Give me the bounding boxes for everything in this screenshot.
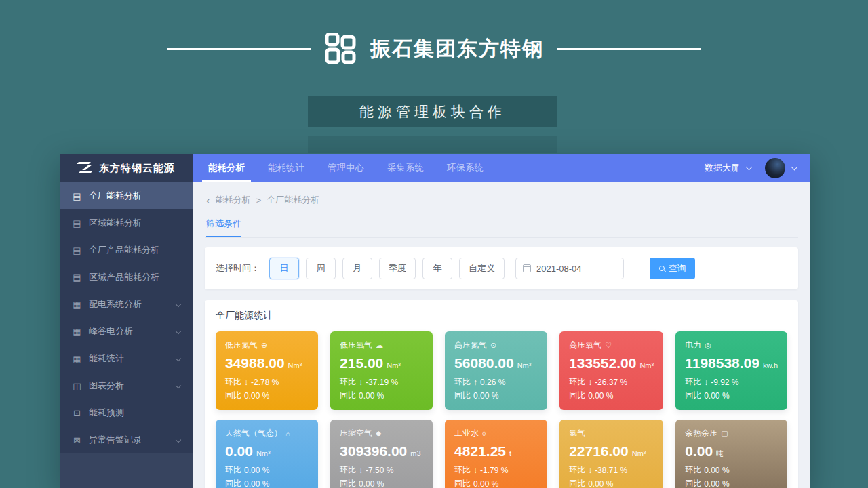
time-option-4[interactable]: 年 [422, 258, 452, 279]
menu-label: 区域能耗分析 [89, 217, 142, 229]
time-option-0[interactable]: 日 [269, 258, 299, 279]
stat-card-6[interactable]: 压缩空气◆309396.00m3环比↓-7.50 %同比0.00 % [330, 420, 433, 488]
card-unit: m3 [410, 449, 420, 458]
card-title: 高压氧气♡ [569, 340, 654, 351]
stat-card-1[interactable]: 低压氧气☁215.00Nm³环比↓-37.19 %同比0.00 % [330, 331, 433, 410]
dashboard-window: 东方特钢云能源 ▤全厂能耗分析▤区域能耗分析▤全厂产品能耗分析▤区域产品能耗分析… [60, 154, 810, 488]
sidebar-item-7[interactable]: ◫图表分析 [60, 372, 193, 399]
card-type-icon: ☁ [376, 341, 383, 350]
hb-value: -2.78 % [251, 378, 279, 387]
card-tb-line: 同比0.00 % [340, 478, 423, 488]
subtitle-text: 能源管理板块合作 [359, 102, 506, 121]
tb-value: 0.00 % [588, 391, 613, 401]
sidebar-item-2[interactable]: ▤全厂产品能耗分析 [60, 237, 193, 264]
sidebar-menu: ▤全厂能耗分析▤区域能耗分析▤全厂产品能耗分析▤区域产品能耗分析▦配电系统分析▦… [60, 182, 193, 453]
time-option-2[interactable]: 月 [342, 258, 372, 279]
card-unit: kw.h [763, 361, 778, 369]
stat-card-0[interactable]: 低压氮气⊕34988.00Nm³环比↓-2.78 %同比0.00 % [216, 331, 318, 410]
tb-label: 同比 [685, 390, 701, 401]
card-tb-line: 同比0.00 % [569, 478, 654, 488]
stat-card-5[interactable]: 天然气（气态）⌂0.00Nm³环比0.00 %同比0.00 % [216, 420, 318, 488]
search-icon [659, 266, 665, 271]
hb-value: 0.00 % [244, 466, 269, 475]
hb-value: -26.37 % [595, 378, 627, 387]
stat-card-4[interactable]: 电力◎1198538.09kw.h环比↓-9.92 %同比0.00 % [675, 331, 787, 410]
card-tb-line: 同比0.00 % [454, 390, 538, 401]
card-value: 309396.00 [340, 443, 407, 460]
arrow-up-icon: ↑ [473, 378, 477, 387]
stat-card-3[interactable]: 高压氧气♡133552.00Nm³环比↓-26.37 %同比0.00 % [559, 331, 663, 410]
card-unit: Nm³ [639, 361, 654, 369]
stats-title: 全厂能源统计 [216, 310, 787, 322]
time-option-1[interactable]: 周 [306, 258, 336, 279]
menu-label: 区域产品能耗分析 [89, 271, 159, 283]
menu-icon: ◫ [72, 381, 82, 391]
card-value: 56080.00 [454, 355, 514, 371]
stat-card-8[interactable]: 氩气22716.00Nm³环比↓-38.71 %同比0.00 % [559, 420, 663, 488]
hb-label: 环比 [685, 376, 701, 388]
nav-tab-4[interactable]: 环保系统 [435, 154, 495, 182]
menu-label: 能耗统计 [89, 352, 124, 365]
card-type-icon: ♡ [605, 341, 612, 350]
stats-card-grid: 低压氮气⊕34988.00Nm³环比↓-2.78 %同比0.00 %低压氧气☁2… [216, 331, 787, 488]
chevron-down-icon [176, 329, 181, 334]
card-type-icon: ◎ [705, 341, 711, 350]
nav-tab-2[interactable]: 管理中心 [316, 154, 376, 182]
nav-tab-1[interactable]: 能耗统计 [256, 154, 316, 182]
card-title: 压缩空气◆ [340, 428, 423, 439]
stat-card-2[interactable]: 高压氮气⊙56080.00Nm³环比↑0.26 %同比0.00 % [445, 331, 547, 410]
sidebar-item-4[interactable]: ▦配电系统分析 [60, 291, 193, 318]
hb-label: 环比 [454, 464, 471, 476]
sidebar-item-9[interactable]: ⊠异常告警记录 [60, 426, 193, 453]
chevron-down-icon [176, 356, 181, 361]
card-hb-line: 环比↓-38.71 % [569, 464, 654, 476]
card-title: 天然气（气态）⌂ [225, 428, 309, 439]
card-value: 215.00 [340, 355, 383, 371]
card-hb-line: 环比0.00 % [685, 464, 778, 476]
card-value: 133552.00 [569, 355, 636, 371]
stat-card-9[interactable]: 余热余压▢0.00吨环比0.00 %同比0.00 % [675, 420, 787, 488]
sidebar-footer [60, 453, 193, 488]
card-unit: Nm³ [288, 361, 302, 369]
card-tb-line: 同比0.00 % [225, 390, 309, 401]
hb-label: 环比 [454, 376, 471, 388]
sidebar-item-3[interactable]: ▤区域产品能耗分析 [60, 264, 193, 291]
date-picker[interactable]: 2021-08-04 [515, 258, 624, 279]
nav-tab-3[interactable]: 采集系统 [376, 154, 435, 182]
card-title: 余热余压▢ [685, 428, 778, 439]
sidebar-item-6[interactable]: ▦能耗统计 [60, 345, 193, 372]
card-hb-line: 环比↓-37.19 % [340, 376, 423, 388]
stats-panel: 全厂能源统计 低压氮气⊕34988.00Nm³环比↓-2.78 %同比0.00 … [205, 300, 798, 488]
stat-card-7[interactable]: 工业水◊4821.25t环比↓-1.79 %同比0.00 % [445, 420, 547, 488]
query-button[interactable]: 查询 [650, 258, 695, 279]
avatar[interactable] [765, 158, 785, 178]
card-value: 22716.00 [569, 443, 629, 460]
time-option-5[interactable]: 自定义 [459, 258, 505, 279]
nav-tab-0[interactable]: 能耗分析 [197, 154, 256, 182]
chevron-down-icon[interactable] [791, 163, 798, 170]
time-option-3[interactable]: 季度 [379, 258, 416, 279]
breadcrumb-section[interactable]: 能耗分析 [216, 194, 251, 206]
brand-label: 东方特钢云能源 [99, 162, 175, 175]
card-title: 电力◎ [685, 340, 778, 351]
sidebar-item-5[interactable]: ▦峰谷电分析 [60, 318, 193, 345]
card-value: 0.00 [225, 443, 253, 460]
nav-right: 数据大屏 [705, 158, 810, 178]
chevron-down-icon[interactable] [746, 163, 753, 170]
grid-logo-icon [324, 33, 357, 65]
menu-label: 全厂能耗分析 [89, 190, 142, 202]
data-screen-link[interactable]: 数据大屏 [705, 162, 740, 174]
sidebar-item-1[interactable]: ▤区域能耗分析 [60, 209, 193, 237]
menu-label: 峰谷电分析 [89, 325, 133, 338]
sidebar-item-0[interactable]: ▤全厂能耗分析 [60, 182, 193, 209]
back-arrow-icon[interactable]: ‹ [206, 196, 210, 205]
hb-value: 0.00 % [704, 466, 729, 475]
arrow-down-icon: ↓ [588, 378, 592, 387]
card-type-icon: ⊕ [261, 341, 267, 350]
tab-filter-conditions[interactable]: 筛选条件 [206, 218, 241, 237]
card-tb-line: 同比0.00 % [685, 478, 778, 488]
tb-value: 0.00 % [244, 479, 269, 488]
hb-label: 环比 [340, 376, 356, 388]
sidebar-item-8[interactable]: ⊡能耗预测 [60, 399, 193, 426]
arrow-down-icon: ↓ [588, 466, 592, 475]
